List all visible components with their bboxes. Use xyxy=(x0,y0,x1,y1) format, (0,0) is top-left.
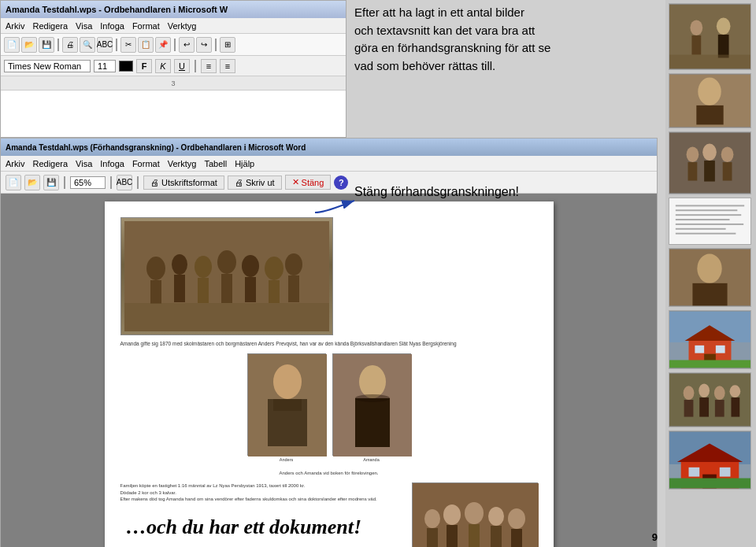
svg-rect-79 xyxy=(731,397,739,417)
align-center-btn[interactable]: ≡ xyxy=(220,59,235,73)
svg-rect-56 xyxy=(676,219,730,220)
svg-point-72 xyxy=(684,386,695,400)
svg-rect-57 xyxy=(676,224,743,225)
underline-btn[interactable]: U xyxy=(174,59,190,73)
svg-rect-32 xyxy=(491,526,502,547)
svg-point-9 xyxy=(242,255,259,277)
svg-point-7 xyxy=(217,250,236,274)
s-menu-format[interactable]: Format xyxy=(132,159,160,168)
thumbnail-column xyxy=(665,0,756,547)
zoom-box[interactable]: 65% xyxy=(70,176,106,189)
menu-visa[interactable]: Visa xyxy=(76,21,92,31)
s-menu-redigera[interactable]: Redigera xyxy=(32,159,68,168)
thumb-7[interactable] xyxy=(669,372,751,427)
svg-rect-49 xyxy=(704,161,715,181)
thumb-5[interactable] xyxy=(669,248,751,307)
caption1-text: Amanda gifte sig 1870 med skolmästaren o… xyxy=(120,340,538,347)
s-menu-hjalp[interactable]: Hjälp xyxy=(235,159,254,168)
spell-btn[interactable]: ABC xyxy=(97,37,113,53)
thumb-4[interactable] xyxy=(669,198,751,245)
svg-point-23 xyxy=(355,394,390,402)
s-open-btn[interactable]: 📂 xyxy=(24,175,40,190)
preview-btn[interactable]: 🔍 xyxy=(80,37,95,53)
svg-rect-22 xyxy=(355,398,390,447)
svg-rect-2 xyxy=(150,280,161,304)
svg-rect-40 xyxy=(718,35,729,57)
svg-rect-67 xyxy=(695,346,704,353)
cut-btn[interactable]: ✂ xyxy=(120,37,136,53)
family-group-photo xyxy=(120,217,333,335)
help-btn[interactable]: ? xyxy=(334,176,348,190)
table-btn[interactable]: ⊞ xyxy=(220,37,235,53)
stang-forhandsgranskning-text: Stäng förhandsgranskningen! xyxy=(354,185,519,199)
svg-point-43 xyxy=(698,78,721,105)
svg-point-76 xyxy=(714,386,725,400)
menu-infoga[interactable]: Infoga xyxy=(100,21,124,31)
s-menu-infoga[interactable]: Infoga xyxy=(100,159,124,168)
new-btn[interactable]: 📄 xyxy=(4,37,20,53)
intro-text: Efter att ha lagt in ett antal bilder oc… xyxy=(354,6,550,72)
top-toolbar: 📄 📂 💾 🖨 🔍 ABC ✂ 📋 📌 ↩ ↪ ⊞ xyxy=(1,34,346,56)
menu-arkiv[interactable]: Arkiv xyxy=(6,21,24,31)
ruler-marker: 3 xyxy=(171,79,175,87)
font-color-box[interactable] xyxy=(119,61,133,72)
copy-btn[interactable]: 📋 xyxy=(138,37,154,53)
s-spell-btn[interactable]: ABC xyxy=(117,175,132,190)
font-size-box[interactable]: 11 xyxy=(94,60,116,72)
print-format-btn[interactable]: 🖨 Utskriftsformat xyxy=(143,176,224,190)
menu-redigera[interactable]: Redigera xyxy=(32,21,68,31)
svg-point-50 xyxy=(721,146,734,162)
bold-btn[interactable]: F xyxy=(136,59,152,73)
printer-icon: 🖨 xyxy=(235,178,243,187)
bottom-document-text: …och du har ett dokument! xyxy=(126,516,361,539)
svg-rect-59 xyxy=(676,233,736,235)
portrait-photo-left xyxy=(247,353,326,456)
print-btn[interactable]: 🖨 xyxy=(62,37,78,53)
close-preview-btn[interactable]: ✕ Stäng xyxy=(285,175,332,190)
svg-rect-30 xyxy=(469,524,480,547)
s-menu-tabell[interactable]: Tabell xyxy=(204,159,227,168)
s-menu-verktyg[interactable]: Verktyg xyxy=(168,159,197,168)
svg-point-5 xyxy=(195,256,212,278)
svg-rect-6 xyxy=(198,278,209,303)
svg-rect-62 xyxy=(692,283,727,305)
svg-point-13 xyxy=(285,253,302,275)
print-execute-btn[interactable]: 🖨 Skriv ut xyxy=(228,176,282,190)
thumb-3[interactable] xyxy=(669,131,751,194)
svg-point-78 xyxy=(730,385,741,397)
font-bar: Times New Roman 11 F K U ≡ ≡ xyxy=(1,56,346,76)
svg-point-1 xyxy=(146,257,165,280)
s-save-btn[interactable]: 💾 xyxy=(43,175,59,190)
s-menu-arkiv[interactable]: Arkiv xyxy=(6,159,24,168)
italic-btn[interactable]: K xyxy=(155,59,171,73)
thumb-1[interactable] xyxy=(669,3,751,70)
svg-rect-77 xyxy=(715,400,724,417)
save-btn[interactable]: 💾 xyxy=(39,37,54,53)
thumb-2[interactable] xyxy=(669,73,751,128)
font-name-box[interactable]: Times New Roman xyxy=(4,60,91,72)
portrait-photo-right xyxy=(332,353,411,456)
svg-rect-28 xyxy=(447,525,458,547)
svg-point-46 xyxy=(687,146,699,162)
second-toolbar: 📄 📂 💾 65% ABC 🖨 Utskriftsformat 🖨 Skriv … xyxy=(1,172,657,194)
top-word-window: Amanda Testdahl.wps - Ordbehandlaren i M… xyxy=(0,0,346,138)
top-menu-bar: Arkiv Redigera Visa Infoga Format Verkty… xyxy=(1,18,346,34)
open-btn[interactable]: 📂 xyxy=(21,37,37,53)
svg-rect-4 xyxy=(174,275,185,302)
paste-btn[interactable]: 📌 xyxy=(155,37,171,53)
menu-verktyg[interactable]: Verktyg xyxy=(168,21,197,31)
s-menu-visa[interactable]: Visa xyxy=(76,159,92,168)
svg-rect-75 xyxy=(699,397,709,417)
redo-btn[interactable]: ↪ xyxy=(196,37,212,53)
svg-point-21 xyxy=(359,365,386,398)
align-left-btn[interactable]: ≡ xyxy=(201,59,217,73)
svg-point-3 xyxy=(172,254,187,275)
menu-format[interactable]: Format xyxy=(132,21,160,31)
undo-btn[interactable]: ↩ xyxy=(179,37,195,53)
thumb-8[interactable] xyxy=(669,431,751,490)
s-new-btn[interactable]: 📄 xyxy=(6,175,21,190)
page-number: 9 xyxy=(652,531,658,543)
svg-rect-15 xyxy=(124,303,329,331)
svg-point-37 xyxy=(690,20,702,35)
thumb-6[interactable] xyxy=(669,310,751,369)
